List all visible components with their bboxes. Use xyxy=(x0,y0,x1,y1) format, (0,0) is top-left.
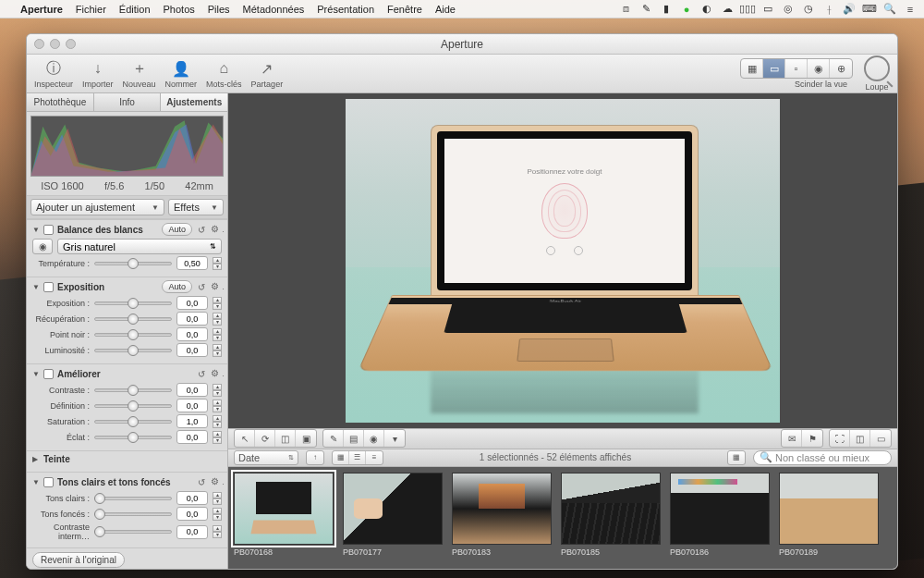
slider[interactable] xyxy=(94,301,172,305)
gear-icon[interactable]: ⚙︎﹒ xyxy=(211,223,222,236)
brush-tool-icon[interactable]: ✎ xyxy=(323,430,344,447)
disclosure-icon[interactable]: ▼ xyxy=(32,370,40,378)
menu-help[interactable]: Aide xyxy=(435,4,456,15)
pencil-icon[interactable]: ✎ xyxy=(639,3,652,16)
slider-value[interactable]: 0,0 xyxy=(176,399,208,412)
slider[interactable] xyxy=(94,333,172,337)
email-icon[interactable]: ✉︎ xyxy=(782,430,802,447)
view-mode-segmented[interactable]: ▦ ▭ ▫ ◉ ⊕ xyxy=(740,58,853,79)
menu-view[interactable]: Présentation xyxy=(317,4,374,15)
input-icon[interactable]: ⌨︎ xyxy=(863,3,876,16)
disclosure-icon[interactable]: ▼ xyxy=(32,478,40,486)
compare-icon[interactable]: ◫ xyxy=(850,430,870,447)
menu-edit[interactable]: Édition xyxy=(119,4,151,15)
menu-window[interactable]: Fenêtre xyxy=(387,4,422,15)
stepper[interactable]: ▴▾ xyxy=(213,415,222,428)
gear-icon[interactable]: ⚙︎﹒ xyxy=(211,280,222,293)
wifi-icon[interactable]: ⟊ xyxy=(822,3,835,16)
slider-value[interactable]: 0,0 xyxy=(176,525,208,539)
view-split-icon[interactable]: ▭ xyxy=(763,59,785,78)
arrow-tool-icon[interactable]: ↖︎ xyxy=(235,430,255,447)
thumbnail-cell[interactable]: PB070177 xyxy=(343,473,443,563)
display-icon[interactable]: ▭ xyxy=(761,3,774,16)
thumbnail-cell[interactable]: PB070186 xyxy=(670,473,770,563)
view-user-icon[interactable]: ◉ xyxy=(808,59,830,78)
bars-icon[interactable]: ▯▯▯ xyxy=(741,3,754,16)
filter-search[interactable]: 🔍 Non classé ou mieux xyxy=(753,450,892,465)
effects-popup[interactable]: Effets▼ xyxy=(168,199,224,215)
fullscreen-icon[interactable]: ⛶ xyxy=(830,430,850,447)
browser-layout-seg[interactable]: ▦☰≡ xyxy=(332,450,383,465)
thumbnail-cell[interactable]: PB070189 xyxy=(779,473,879,563)
slider[interactable] xyxy=(94,349,172,352)
gear-icon[interactable]: ⚙︎﹒ xyxy=(211,475,222,488)
dot-green-icon[interactable]: ● xyxy=(680,3,693,16)
import-button[interactable]: ↓Importer xyxy=(82,58,114,89)
dropbox-icon[interactable]: ⧈ xyxy=(619,3,632,16)
stepper[interactable]: ▴▾ xyxy=(213,344,222,357)
tab-adjustments[interactable]: Ajustements xyxy=(161,93,227,111)
gear-icon[interactable]: ⚙︎﹒ xyxy=(211,367,222,380)
stepper[interactable]: ▴▾ xyxy=(213,525,222,538)
app-menu[interactable]: Aperture xyxy=(20,4,63,15)
sync-icon[interactable]: ◐ xyxy=(700,3,713,16)
panel-enable-checkbox[interactable] xyxy=(43,225,54,235)
tool-seg-left[interactable]: ↖︎ ⟳ ◫ ▣ xyxy=(234,429,317,448)
slider[interactable] xyxy=(94,388,172,392)
stepper[interactable]: ▴▾ xyxy=(213,328,222,341)
reset-icon[interactable]: ↺ xyxy=(196,225,207,235)
disclosure-icon[interactable]: ▼ xyxy=(32,226,40,234)
slider-value[interactable]: 0,0 xyxy=(176,312,208,326)
revert-button[interactable]: Revenir à l'original xyxy=(32,552,125,568)
minimize-button[interactable] xyxy=(50,39,60,49)
slider-value[interactable]: 0,0 xyxy=(176,383,208,397)
slider[interactable] xyxy=(94,420,172,424)
slider[interactable] xyxy=(94,404,172,408)
histogram[interactable] xyxy=(30,116,224,177)
crop-tool-icon[interactable]: ▣ xyxy=(296,430,316,447)
eyedropper-button[interactable]: ◉ xyxy=(32,239,53,254)
name-button[interactable]: 👤Nommer xyxy=(165,58,198,89)
thumbnail-cell[interactable]: PB070183 xyxy=(452,473,552,563)
slider[interactable] xyxy=(94,317,172,321)
inspector-button[interactable]: ⓘInspecteur xyxy=(34,58,73,89)
panel-enable-checkbox[interactable] xyxy=(43,477,54,487)
tool-seg-right2[interactable]: ⛶ ◫ ▭ xyxy=(829,429,892,448)
sort-popup[interactable]: Date⇅ xyxy=(234,450,298,465)
target-icon[interactable]: ◎ xyxy=(782,3,795,16)
menu-photos[interactable]: Photos xyxy=(164,4,195,15)
slider-value[interactable]: 1,0 xyxy=(176,414,208,428)
keywords-button[interactable]: ⌂Mots-clés xyxy=(206,58,242,89)
stepper[interactable]: ▴▾ xyxy=(213,508,222,521)
view-globe-icon[interactable]: ⊕ xyxy=(830,59,852,78)
stepper[interactable]: ▴▾ xyxy=(213,257,222,270)
thumbnail-image[interactable] xyxy=(779,473,879,545)
disclosure-icon[interactable]: ▶ xyxy=(32,455,40,463)
menu-metadata[interactable]: Métadonnées xyxy=(243,4,305,15)
tab-info[interactable]: Info xyxy=(94,93,162,111)
thumbnail-cell[interactable]: PB070168 xyxy=(234,473,334,563)
cloud-icon[interactable]: ☁︎ xyxy=(721,3,734,16)
slider[interactable] xyxy=(94,436,172,439)
thumbnail-image[interactable] xyxy=(343,473,443,545)
slider-value[interactable]: 0,0 xyxy=(176,491,208,505)
reset-icon[interactable]: ↺ xyxy=(196,282,207,292)
thumbnail-image[interactable] xyxy=(452,473,552,545)
thumbnail-image[interactable] xyxy=(561,473,661,545)
menu-file[interactable]: Fichier xyxy=(76,4,106,15)
slider-value[interactable]: 0,0 xyxy=(176,327,208,341)
spotlight-icon[interactable]: 🔍 xyxy=(883,3,896,16)
stepper[interactable]: ▴▾ xyxy=(213,297,222,310)
temperature-slider[interactable] xyxy=(94,262,172,265)
slider-value[interactable]: 0,0 xyxy=(176,343,208,357)
auto-button[interactable]: Auto xyxy=(162,223,192,236)
thumbnail-cell[interactable]: PB070185 xyxy=(561,473,661,563)
redeye-tool-icon[interactable]: ▤ xyxy=(344,430,364,447)
rotate-tool-icon[interactable]: ⟳ xyxy=(255,430,275,447)
reset-icon[interactable]: ↺ xyxy=(196,477,207,487)
clock-icon[interactable]: ◷ xyxy=(802,3,815,16)
thumbnail-browser[interactable]: PB070168 PB070177 PB070183 PB070185 PB07… xyxy=(228,467,897,569)
tool-seg-mid[interactable]: ✎ ▤ ◉ ▾ xyxy=(322,429,406,448)
panel-enable-checkbox[interactable] xyxy=(43,369,54,379)
menu-stacks[interactable]: Piles xyxy=(208,4,230,15)
